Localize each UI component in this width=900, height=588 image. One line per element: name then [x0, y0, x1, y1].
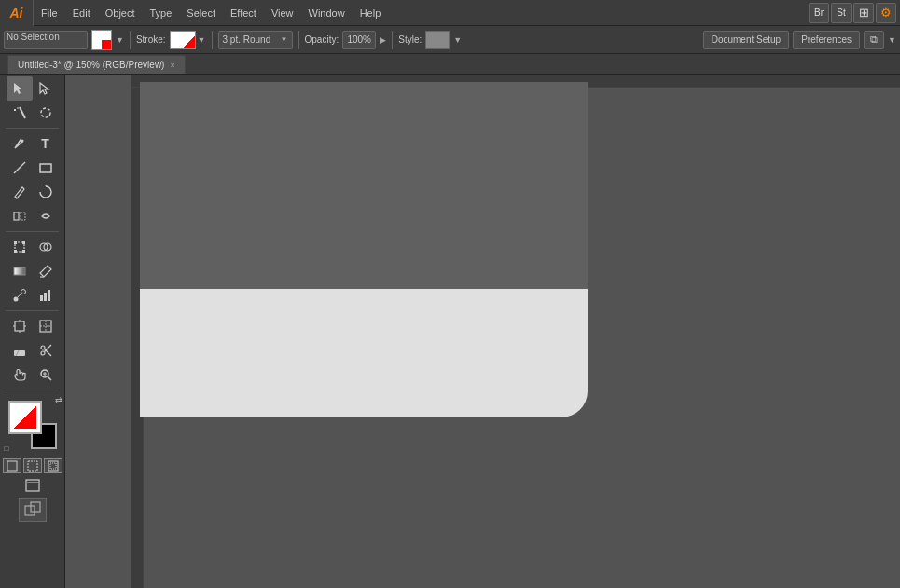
svg-rect-24 — [44, 293, 47, 301]
bridge-icon[interactable]: Br — [809, 3, 829, 23]
toolbar-sep-1 — [6, 128, 59, 129]
swap-colors-button[interactable]: ⇄ — [55, 395, 62, 404]
type-tool[interactable]: T — [33, 131, 59, 156]
warp-tool[interactable] — [33, 204, 59, 228]
slice-tool[interactable] — [33, 314, 59, 338]
left-toolbar: T — [0, 75, 65, 588]
menu-object[interactable]: Object — [98, 0, 143, 26]
scissors-tool[interactable] — [33, 338, 59, 362]
arrange-arrow[interactable]: ▼ — [888, 35, 896, 45]
svg-point-21 — [13, 297, 18, 302]
artboard-arrange-button[interactable] — [19, 498, 47, 522]
svg-point-22 — [21, 290, 25, 294]
draw-normal-mode[interactable] — [3, 458, 21, 473]
fill-color-swatch[interactable] — [91, 30, 112, 50]
direct-selection-tool[interactable] — [33, 76, 59, 101]
gradient-tool[interactable] — [7, 259, 33, 283]
screen-mode-row — [0, 477, 64, 494]
document-setup-button[interactable]: Document Setup — [703, 31, 790, 49]
svg-rect-45 — [28, 461, 37, 471]
lasso-tool[interactable] — [33, 101, 59, 125]
zoom-tool[interactable] — [33, 362, 59, 387]
menu-help[interactable]: Help — [353, 0, 389, 26]
main-area: T — [0, 75, 900, 588]
color-swatches: ⇄ □ — [8, 401, 57, 449]
svg-rect-16 — [14, 250, 17, 253]
stroke-swatch[interactable] — [170, 31, 196, 49]
eyedropper-tool[interactable] — [33, 259, 59, 283]
menu-bar: Ai File Edit Object Type Select Effect V… — [0, 0, 900, 26]
menu-effect[interactable]: Effect — [223, 0, 264, 26]
divider-2 — [212, 31, 213, 49]
canvas-light-area — [140, 289, 588, 417]
selection-tool[interactable] — [7, 76, 33, 101]
svg-rect-25 — [48, 290, 50, 301]
svg-rect-7 — [40, 164, 51, 172]
svg-rect-23 — [40, 295, 43, 301]
style-label: Style: — [398, 34, 422, 45]
reflect-tool[interactable] — [7, 204, 33, 228]
chart-tool[interactable] — [33, 283, 59, 308]
svg-line-39 — [44, 345, 51, 352]
weight-field[interactable]: 3 pt. Round ▼ — [218, 31, 293, 49]
menu-window[interactable]: Window — [301, 0, 353, 26]
rect-tool[interactable] — [33, 156, 59, 180]
foreground-color-swatch[interactable] — [8, 401, 42, 434]
svg-rect-19 — [14, 267, 25, 275]
divider-4 — [392, 31, 393, 49]
tool-row-2 — [0, 101, 64, 125]
selection-dropdown[interactable]: No Selection — [4, 31, 88, 49]
stroke-label: Stroke: — [136, 34, 166, 45]
canvas-area[interactable] — [65, 75, 900, 588]
preferences-button[interactable]: Preferences — [793, 31, 860, 49]
arrange-button[interactable]: ⧉ — [864, 31, 884, 49]
hand-tool[interactable] — [7, 362, 33, 387]
svg-line-6 — [14, 162, 25, 173]
screen-mode-button[interactable] — [22, 477, 43, 494]
shape-builder-tool[interactable] — [33, 235, 59, 259]
blend-tool[interactable] — [7, 283, 33, 308]
draw-inside-mode[interactable] — [44, 458, 62, 473]
style-swatch[interactable] — [425, 31, 450, 49]
artboard-tool[interactable] — [7, 314, 33, 338]
svg-rect-15 — [22, 250, 25, 253]
external-apps-group: Br St ⊞ ⚙ — [805, 3, 900, 23]
toolbar-sep-2 — [6, 231, 59, 232]
document-tab[interactable]: Untitled-3* @ 150% (RGB/Preview) × — [7, 55, 186, 74]
magic-wand-tool[interactable] — [7, 101, 33, 125]
document-canvas[interactable] — [140, 82, 588, 417]
stock-icon[interactable]: St — [831, 3, 852, 23]
line-segment-tool[interactable] — [7, 156, 33, 180]
grid-icon[interactable]: ⊞ — [853, 3, 874, 23]
draw-behind-mode[interactable] — [23, 458, 42, 473]
default-colors-button[interactable]: □ — [5, 444, 9, 453]
menu-file[interactable]: File — [34, 0, 65, 26]
style-arrow[interactable]: ▼ — [453, 35, 462, 45]
svg-rect-10 — [14, 212, 19, 220]
opacity-input[interactable] — [342, 31, 376, 49]
svg-rect-14 — [22, 241, 25, 244]
opacity-label: Opacity: — [305, 34, 339, 45]
menu-view[interactable]: View — [264, 0, 301, 26]
tab-close-button[interactable]: × — [170, 61, 174, 70]
svg-line-41 — [48, 377, 51, 381]
menu-type[interactable]: Type — [143, 0, 180, 26]
pen-tool[interactable] — [7, 131, 33, 156]
free-transform-tool[interactable] — [7, 235, 33, 259]
artboard-arrange-row — [0, 498, 64, 522]
dropdown-arrow-fill[interactable]: ▼ — [116, 35, 124, 45]
divider-1 — [130, 31, 131, 49]
menu-select[interactable]: Select — [179, 0, 223, 26]
pencil-tool[interactable] — [7, 180, 33, 204]
tool-row-3: T — [0, 131, 64, 156]
eraser-tool[interactable] — [7, 338, 33, 362]
svg-rect-51 — [31, 502, 40, 512]
dropdown-arrow-stroke[interactable]: ▼ — [198, 35, 206, 45]
svg-rect-50 — [25, 506, 35, 515]
foreground-color-fill — [14, 406, 36, 429]
stroke-color-group: ▼ — [170, 31, 206, 49]
menu-edit[interactable]: Edit — [65, 0, 98, 26]
apps-icon[interactable]: ⚙ — [876, 3, 896, 23]
opacity-arrow[interactable]: ▶ — [380, 35, 386, 45]
rotate-tool[interactable] — [33, 180, 59, 204]
